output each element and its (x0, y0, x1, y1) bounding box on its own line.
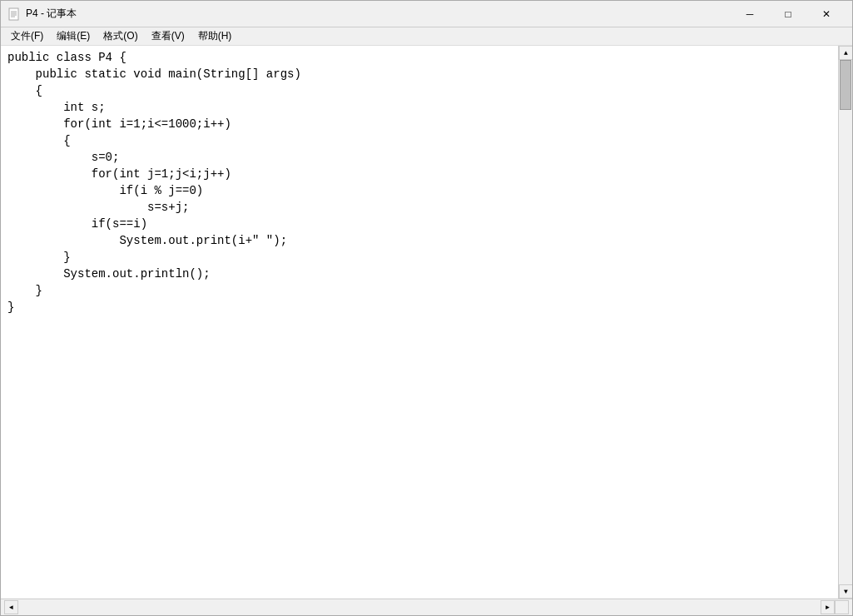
menu-view[interactable]: 查看(V) (145, 27, 191, 45)
bottom-bar: ◄ ► (1, 599, 852, 615)
svg-rect-0 (9, 8, 18, 20)
vertical-scrollbar: ▲ ▼ (838, 46, 852, 599)
window-controls: ─ □ ✕ (731, 1, 846, 27)
scrollbar-corner (835, 600, 849, 614)
menu-file[interactable]: 文件(F) (4, 27, 50, 45)
menu-edit[interactable]: 编辑(E) (50, 27, 97, 45)
title-bar: P4 - 记事本 ─ □ ✕ (1, 1, 852, 27)
editor-area: public class P4 { public static void mai… (1, 46, 852, 599)
app-icon (7, 7, 21, 21)
menu-help[interactable]: 帮助(H) (191, 27, 239, 45)
notepad-window: P4 - 记事本 ─ □ ✕ 文件(F) 编辑(E) 格式(O) 查看(V) 帮… (0, 0, 853, 616)
menu-bar: 文件(F) 编辑(E) 格式(O) 查看(V) 帮助(H) (1, 27, 852, 46)
code-editor[interactable]: public class P4 { public static void mai… (1, 46, 838, 599)
menu-format[interactable]: 格式(O) (97, 27, 144, 45)
scroll-down-button[interactable]: ▼ (839, 584, 852, 599)
close-button[interactable]: ✕ (807, 1, 846, 27)
scroll-thumb-vertical[interactable] (840, 60, 851, 110)
scroll-left-button[interactable]: ◄ (4, 600, 18, 614)
scroll-track-vertical[interactable] (839, 60, 852, 584)
maximize-button[interactable]: □ (769, 1, 807, 27)
minimize-button[interactable]: ─ (731, 1, 769, 27)
scroll-up-button[interactable]: ▲ (839, 46, 852, 60)
scroll-track-horizontal[interactable] (18, 599, 821, 615)
window-title: P4 - 记事本 (26, 7, 731, 21)
scroll-right-button[interactable]: ► (821, 600, 835, 614)
